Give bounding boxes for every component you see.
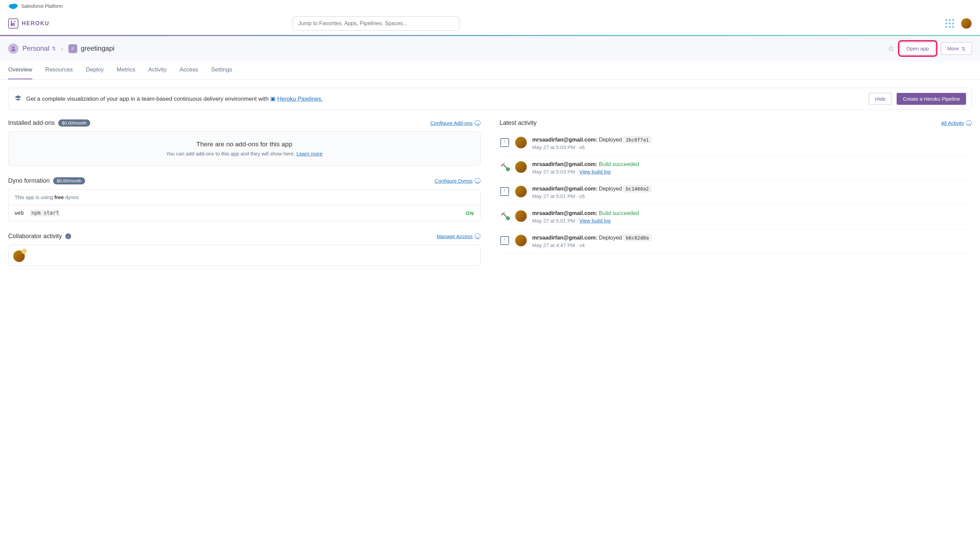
user-avatar[interactable]	[961, 18, 972, 29]
addons-learn-more-link[interactable]: Learn more	[296, 151, 323, 156]
activity-item: mrsaadirfan@gmail.com: Deployed 2bc6f7a1…	[499, 131, 972, 156]
team-avatar-icon[interactable]	[8, 44, 18, 54]
favorite-star-icon[interactable]: ☆	[888, 44, 895, 53]
activity-line1: mrsaadirfan@gmail.com: Deployed 2bc6f7a1	[532, 137, 972, 143]
activity-item: mrsaadirfan@gmail.com: Deployed bc1460a2…	[499, 181, 972, 205]
pipeline-link[interactable]: Heroku Pipelines.	[277, 95, 323, 102]
activity-item: 🔨✓mrsaadirfan@gmail.com: Build succeeded…	[499, 156, 972, 181]
view-build-log-link[interactable]: View build log	[579, 218, 611, 223]
addons-empty-box: There are no add-ons for this app You ca…	[8, 131, 481, 166]
deploy-icon	[499, 235, 510, 245]
arrow-right-icon: →	[475, 178, 481, 184]
activity-body: mrsaadirfan@gmail.com: Deployed 2bc6f7a1…	[532, 137, 972, 150]
info-icon[interactable]: i	[65, 233, 71, 239]
view-build-log-link[interactable]: View build log	[579, 169, 611, 174]
search-input[interactable]	[293, 16, 460, 31]
team-chevron-icon[interactable]: ⇅	[52, 46, 56, 51]
salesforce-bar: Salesforce Platform	[0, 0, 980, 12]
activity-line2: May 27 at 4:47 PM · v4	[532, 242, 972, 248]
addons-price-pill: $0.00/month	[58, 120, 90, 126]
dyno-title: Dyno formation $0.00/month	[8, 177, 85, 184]
app-name: greetingapi	[80, 44, 114, 53]
addons-empty-text: You can add add-ons to this app and they…	[17, 151, 471, 156]
build-icon: 🔨✓	[499, 210, 510, 220]
activity-title: Latest activity	[499, 120, 537, 126]
create-pipeline-button[interactable]: Create a Heroku Pipeline	[896, 93, 966, 105]
activity-line2: May 27 at 5:03 PM · View build log	[532, 169, 972, 174]
activity-item: mrsaadirfan@gmail.com: Deployed b6c62d0a…	[499, 229, 972, 254]
addons-title: Installed add-ons $0.00/month	[8, 120, 90, 126]
pipeline-link-icon: ▣	[270, 95, 276, 102]
main-header: HEROKU	[0, 12, 980, 35]
salesforce-cloud-icon	[8, 3, 18, 10]
open-app-button[interactable]: Open app	[900, 42, 936, 55]
pipeline-banner-icon	[14, 95, 22, 103]
tab-activity[interactable]: Activity	[148, 61, 167, 79]
activity-line2: May 27 at 5:03 PM · v6	[532, 144, 972, 150]
svg-point-0	[12, 47, 14, 49]
collab-owner-avatar[interactable]	[13, 250, 25, 262]
activity-line1: mrsaadirfan@gmail.com: Build succeeded	[532, 161, 972, 167]
salesforce-label: Salesforce Platform	[21, 3, 62, 9]
activity-user-avatar[interactable]	[515, 161, 527, 173]
activity-line1: mrsaadirfan@gmail.com: Deployed bc1460a2	[532, 186, 972, 192]
configure-addons-link[interactable]: Configure Add-ons→	[430, 120, 481, 126]
heroku-logo-text[interactable]: HEROKU	[22, 20, 49, 26]
hide-banner-button[interactable]: Hide	[869, 93, 892, 105]
configure-dynos-link[interactable]: Configure Dynos→	[435, 178, 481, 184]
breadcrumb-bar: Personal ⇅ › z² greetingapi ☆ Open app M…	[0, 36, 980, 61]
tab-deploy[interactable]: Deploy	[86, 61, 104, 79]
activity-user-avatar[interactable]	[515, 210, 527, 222]
tab-overview[interactable]: Overview	[8, 61, 32, 79]
pipeline-banner: Get a complete visualization of your app…	[8, 88, 972, 110]
activity-line1: mrsaadirfan@gmail.com: Build succeeded	[532, 210, 972, 217]
deploy-icon	[499, 186, 510, 196]
apps-switcher-icon[interactable]	[945, 19, 954, 28]
activity-body: mrsaadirfan@gmail.com: Build succeededMa…	[532, 210, 972, 223]
dyno-status: ON	[466, 210, 474, 216]
activity-line1: mrsaadirfan@gmail.com: Deployed b6c62d0a	[532, 235, 972, 241]
right-column: Latest activity All Activity→ mrsaadirfa…	[499, 120, 972, 266]
crown-icon	[21, 248, 27, 254]
more-button[interactable]: More ⇅	[941, 42, 972, 55]
dyno-box: This app is using free dynos web npm sta…	[8, 189, 481, 221]
addons-empty-title: There are no add-ons for this app	[17, 141, 471, 148]
app-icon: z²	[68, 44, 77, 53]
arrow-right-icon: →	[966, 120, 972, 126]
activity-body: mrsaadirfan@gmail.com: Deployed b6c62d0a…	[532, 235, 972, 248]
breadcrumb-separator-icon: ›	[61, 46, 63, 52]
all-activity-link[interactable]: All Activity→	[941, 120, 972, 126]
activity-line2: May 27 at 5:01 PM · v5	[532, 193, 972, 199]
tab-resources[interactable]: Resources	[45, 61, 73, 79]
build-icon: 🔨✓	[499, 161, 510, 171]
pipeline-banner-text: Get a complete visualization of your app…	[26, 95, 323, 102]
tab-metrics[interactable]: Metrics	[117, 61, 135, 79]
activity-list: mrsaadirfan@gmail.com: Deployed 2bc6f7a1…	[499, 131, 972, 254]
tabs: Overview Resources Deploy Metrics Activi…	[0, 61, 980, 80]
activity-body: mrsaadirfan@gmail.com: Deployed bc1460a2…	[532, 186, 972, 199]
arrow-right-icon: →	[475, 120, 481, 126]
collab-title: Collaborator activity i	[8, 233, 71, 240]
dyno-process-row: web npm start ON	[8, 205, 480, 221]
dyno-price-pill: $0.00/month	[53, 177, 85, 184]
left-column: Installed add-ons $0.00/month Configure …	[8, 120, 481, 266]
activity-user-avatar[interactable]	[515, 137, 527, 148]
activity-item: 🔨✓mrsaadirfan@gmail.com: Build succeeded…	[499, 205, 972, 229]
content: Get a complete visualization of your app…	[0, 80, 980, 274]
heroku-logo-icon[interactable]	[8, 18, 18, 29]
activity-user-avatar[interactable]	[515, 186, 527, 197]
activity-user-avatar[interactable]	[515, 235, 527, 246]
tab-access[interactable]: Access	[180, 61, 199, 79]
team-link[interactable]: Personal	[23, 44, 49, 53]
activity-line2: May 27 at 5:01 PM · View build log	[532, 218, 972, 223]
tab-settings[interactable]: Settings	[211, 61, 232, 79]
dyno-plan-row: This app is using free dynos	[8, 190, 480, 205]
deploy-icon	[499, 137, 510, 147]
activity-body: mrsaadirfan@gmail.com: Build succeededMa…	[532, 161, 972, 174]
manage-access-link[interactable]: Manage Access→	[437, 233, 481, 239]
arrow-right-icon: →	[475, 233, 481, 239]
collab-box	[8, 245, 481, 266]
